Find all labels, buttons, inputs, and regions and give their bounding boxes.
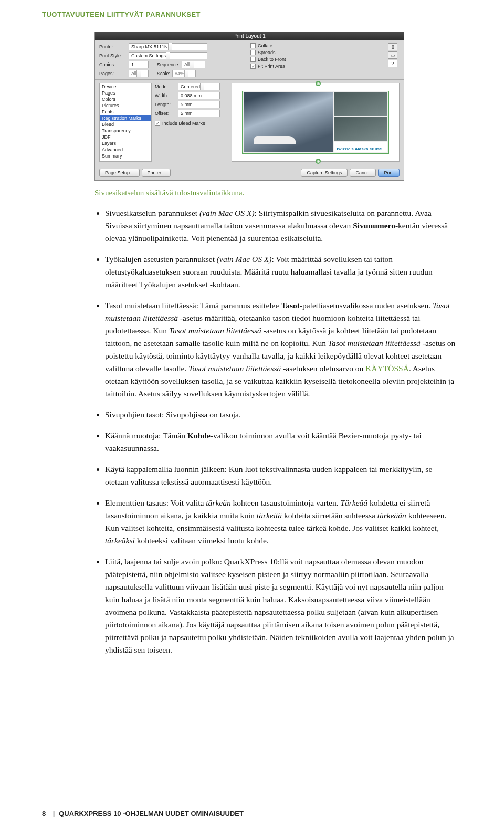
list-item: Käytä kappalemallia luonnin jälkeen: Kun… — [105, 463, 457, 488]
fitprintarea-checkbox[interactable]: ✓ — [250, 64, 256, 69]
page-footer: 8 | QUARKXPRESS 10 -OHJELMAN UUDET OMINA… — [42, 810, 244, 817]
printstyle-select[interactable]: Custom Settings — [129, 52, 207, 59]
sequence-label: Sequence: — [157, 62, 180, 67]
spreads-label: Spreads — [258, 50, 276, 55]
list-item: Elementtien tasaus: Voit valita tärkeän … — [105, 497, 457, 547]
print-dialog: Print Layout 1 Printer: Sharp MX-5111N P… — [94, 32, 404, 181]
includebleed-label: Include Bleed Marks — [162, 121, 205, 126]
footer-title: QUARKXPRESS 10 -OHJELMAN UUDET OMINAISUU… — [59, 810, 244, 817]
length-label: Length: — [155, 102, 176, 107]
mode-label: Mode: — [155, 84, 176, 89]
preview-photo-small — [334, 92, 387, 116]
orientation-landscape-icon[interactable]: ▭ — [388, 51, 397, 59]
width-field[interactable]: 0.088 mm — [178, 92, 220, 99]
includebleed-checkbox[interactable]: ✓ — [155, 121, 160, 126]
pagesetup-button[interactable]: Page Setup... — [99, 169, 140, 177]
spreads-checkbox[interactable] — [250, 50, 256, 55]
copies-label: Copies: — [99, 62, 127, 67]
scale-field[interactable]: 84% — [172, 70, 196, 77]
backtofront-label: Back to Front — [258, 57, 286, 62]
list-item[interactable]: Summary — [100, 153, 151, 159]
print-dialog-figure: Print Layout 1 Printer: Sharp MX-5111N P… — [94, 32, 462, 181]
list-item[interactable]: Pictures — [100, 102, 151, 109]
list-item: Liitä, laajenna tai sulje avoin polku: Q… — [105, 556, 457, 656]
length-field[interactable]: 5 mm — [178, 101, 220, 108]
fitprintarea-label: Fit Print Area — [258, 64, 285, 69]
footer-separator: | — [53, 810, 55, 817]
cancel-button[interactable]: Cancel — [350, 169, 376, 177]
print-preview: ⊕ ⊕ Twizzle's Alaska cruise — [232, 83, 400, 162]
pages-label: Pages: — [99, 71, 127, 76]
breadcrumb: TUOTTAVUUTEEN LIITTYVÄT PARANNUKSET — [42, 11, 462, 18]
scale-label: Scale: — [157, 71, 170, 76]
printstyle-label: Print Style: — [99, 53, 127, 58]
list-item: Työkalujen asetusten parannukset (vain M… — [105, 253, 457, 291]
backtofront-checkbox[interactable] — [250, 57, 256, 62]
list-item[interactable]: JDF — [100, 134, 151, 140]
list-item[interactable]: Advanced — [100, 146, 151, 153]
list-item: Käännä muotoja: Tämän Kohde-valikon toim… — [105, 429, 457, 455]
offset-field[interactable]: 5 mm — [178, 110, 220, 117]
width-label: Width: — [155, 93, 176, 98]
list-item: Sivupohjien tasot: Sivupohjissa on tasoj… — [105, 408, 457, 421]
list-item[interactable]: Pages — [100, 90, 151, 96]
sequence-select[interactable]: All — [182, 61, 205, 68]
list-item[interactable]: Bleed — [100, 121, 151, 128]
preview-photo-small — [334, 117, 387, 141]
collate-checkbox[interactable] — [250, 43, 256, 48]
list-item[interactable]: Colors — [100, 96, 151, 102]
mode-select[interactable]: Centered — [178, 83, 220, 90]
list-item[interactable]: Fonts — [100, 109, 151, 115]
settings-list[interactable]: Device Pages Colors Pictures Fonts Regis… — [99, 83, 152, 162]
list-item[interactable]: Layers — [100, 140, 151, 146]
dialog-title: Print Layout 1 — [95, 32, 404, 40]
capture-button[interactable]: Capture Settings — [301, 169, 348, 177]
pages-select[interactable]: All — [129, 70, 149, 77]
printer-button[interactable]: Printer... — [142, 169, 171, 177]
figure-caption: Sivuesikatselun sisältävä tulostusvalint… — [94, 188, 462, 197]
print-button[interactable]: Print — [378, 169, 400, 177]
copies-field[interactable]: 1 — [129, 61, 149, 68]
preview-caption: Twizzle's Alaska cruise — [336, 146, 382, 151]
orientation-portrait-icon[interactable]: ▯ — [388, 43, 397, 50]
list-item-selected[interactable]: Registration Marks — [100, 115, 151, 121]
offset-label: Offset: — [155, 111, 176, 116]
body-list: Sivuesikatselun parannukset (vain Mac OS… — [105, 207, 462, 656]
page-number: 8 — [42, 810, 46, 817]
list-item[interactable]: Device — [100, 83, 151, 90]
preview-photo-main — [244, 92, 333, 152]
collate-label: Collate — [258, 43, 272, 48]
list-item: Sivuesikatselun parannukset (vain Mac OS… — [105, 207, 457, 245]
list-item[interactable]: Transparency — [100, 128, 151, 134]
printer-select[interactable]: Sharp MX-5111N — [129, 43, 207, 50]
list-item: Tasot muistetaan liitettäessä: Tämä para… — [105, 299, 457, 400]
help-button[interactable]: ? — [388, 60, 397, 67]
printer-label: Printer: — [99, 44, 127, 49]
